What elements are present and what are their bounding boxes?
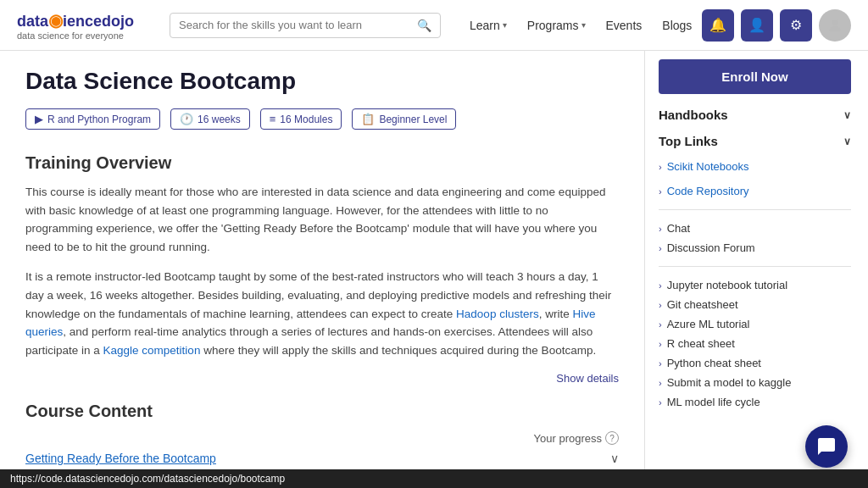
settings-icon: ⚙ bbox=[790, 17, 802, 33]
top-links-header[interactable]: Top Links ∨ bbox=[659, 134, 851, 148]
main-content: Data Science Bootcamp ▶ R and Python Pro… bbox=[0, 51, 644, 488]
notification-button[interactable]: 🔔 bbox=[702, 9, 734, 42]
nav-items: Learn ▾ Programs ▾ Events Blogs bbox=[461, 14, 700, 37]
chevron-down-icon: ∨ bbox=[843, 109, 851, 121]
sidebar-top-links-section: Top Links ∨ › Scikit Notebooks › Code Re… bbox=[659, 134, 851, 412]
sidebar-git[interactable]: › Git cheatsheet bbox=[659, 295, 851, 314]
progress-label: Your progress bbox=[534, 432, 602, 445]
status-bar: https://code.datasciencedojo.com/datasci… bbox=[0, 469, 868, 488]
kaggle-link[interactable]: Kaggle competition bbox=[103, 344, 201, 357]
sidebar-chat[interactable]: › Chat bbox=[659, 219, 851, 238]
arrow-icon: › bbox=[659, 319, 662, 330]
settings-button[interactable]: ⚙ bbox=[780, 9, 812, 42]
getting-ready-title[interactable]: Getting Ready Before the Bootcamp bbox=[25, 452, 216, 465]
arrow-icon: › bbox=[659, 224, 662, 234]
badge-level: 📋 Beginner Level bbox=[352, 108, 456, 130]
show-details: Show details bbox=[25, 371, 619, 385]
arrow-icon: › bbox=[659, 358, 662, 369]
arrow-icon: › bbox=[659, 280, 662, 291]
badge-duration: 🕐 16 weeks bbox=[170, 108, 250, 130]
sidebar-code-repo-link: › Code Repository bbox=[659, 181, 851, 201]
page-title: Data Science Bootcamp bbox=[25, 68, 619, 95]
arrow-icon: › bbox=[659, 378, 662, 388]
arrow-icon: › bbox=[659, 186, 662, 197]
sidebar-azure[interactable]: › Azure ML tutorial bbox=[659, 314, 851, 334]
nav-item-programs[interactable]: Programs ▾ bbox=[519, 14, 594, 37]
logo-text: data◉iencedojo bbox=[17, 10, 153, 30]
search-input[interactable] bbox=[179, 19, 414, 31]
avatar[interactable] bbox=[819, 9, 851, 42]
main-layout: Data Science Bootcamp ▶ R and Python Pro… bbox=[0, 51, 868, 488]
badge-program: ▶ R and Python Program bbox=[25, 108, 160, 130]
notification-icon: 🔔 bbox=[709, 17, 726, 33]
search-bar[interactable]: 🔍 bbox=[170, 13, 441, 38]
user-icon: 👤 bbox=[748, 17, 765, 33]
hadoop-link[interactable]: Hadoop clusters bbox=[456, 308, 539, 320]
show-details-link[interactable]: Show details bbox=[556, 372, 619, 385]
sidebar-jupyter[interactable]: › Jupyter notebook tutorial bbox=[659, 275, 851, 295]
arrow-icon: › bbox=[659, 243, 662, 253]
arrow-icon: › bbox=[659, 300, 662, 310]
nav-item-learn[interactable]: Learn ▾ bbox=[461, 14, 515, 37]
nav-item-events[interactable]: Events bbox=[598, 14, 651, 37]
sidebar-handbooks-section: Handbooks ∨ bbox=[659, 108, 851, 122]
course-content: Course Content Your progress ? Getting R… bbox=[25, 402, 619, 475]
search-icon: 🔍 bbox=[417, 19, 431, 32]
training-overview: Training Overview This course is ideally… bbox=[25, 153, 619, 359]
svg-point-0 bbox=[832, 19, 838, 25]
handbooks-header[interactable]: Handbooks ∨ bbox=[659, 108, 851, 122]
modules-icon: ≡ bbox=[270, 113, 276, 125]
code-repo-link[interactable]: › Code Repository bbox=[659, 181, 851, 201]
enroll-button[interactable]: Enroll Now bbox=[659, 59, 851, 94]
training-overview-heading: Training Overview bbox=[25, 153, 619, 173]
header-icons: 🔔 👤 ⚙ bbox=[702, 9, 851, 42]
scikit-link[interactable]: › Scikit Notebooks bbox=[659, 157, 851, 176]
course-content-heading: Course Content bbox=[25, 402, 619, 421]
getting-ready-row: Getting Ready Before the Bootcamp ∨ bbox=[25, 452, 619, 465]
badge-modules: ≡ 16 Modules bbox=[260, 108, 342, 130]
sidebar-submit-kaggle[interactable]: › Submit a model to kaggle bbox=[659, 373, 851, 392]
chevron-down-icon: ▾ bbox=[503, 20, 507, 30]
sidebar: Enroll Now Handbooks ∨ Top Links ∨ › Sci… bbox=[644, 51, 865, 488]
badges: ▶ R and Python Program 🕐 16 weeks ≡ 16 M… bbox=[25, 108, 619, 130]
user-button[interactable]: 👤 bbox=[741, 9, 773, 42]
progress-row: Your progress ? bbox=[25, 431, 619, 445]
sidebar-discussion[interactable]: › Discussion Forum bbox=[659, 238, 851, 258]
chevron-down-icon: ▾ bbox=[581, 20, 586, 30]
chat-bubble[interactable] bbox=[805, 425, 848, 468]
training-overview-p2: It is a remote instructor-led Bootcamp t… bbox=[25, 268, 619, 359]
training-overview-p1: This course is ideally meant for those w… bbox=[25, 183, 619, 256]
arrow-icon: › bbox=[659, 339, 662, 349]
chevron-down-icon: ∨ bbox=[843, 136, 851, 147]
sidebar-r-cheat[interactable]: › R cheat sheet bbox=[659, 334, 851, 353]
level-icon: 📋 bbox=[361, 113, 375, 125]
sidebar-ml-lifecycle[interactable]: › ML model life cycle bbox=[659, 392, 851, 412]
sidebar-python-cheat[interactable]: › Python cheat sheet bbox=[659, 353, 851, 373]
sidebar-scikit-link: › Scikit Notebooks bbox=[659, 157, 851, 176]
arrow-icon: › bbox=[659, 397, 662, 408]
progress-info-icon[interactable]: ? bbox=[605, 431, 619, 445]
play-icon: ▶ bbox=[35, 113, 43, 125]
logo-area: data◉iencedojo data science for everyone bbox=[17, 10, 153, 41]
logo-subtitle: data science for everyone bbox=[17, 30, 153, 41]
header: data◉iencedojo data science for everyone… bbox=[0, 0, 868, 51]
clock-icon: 🕐 bbox=[180, 113, 193, 125]
expand-icon[interactable]: ∨ bbox=[610, 452, 619, 465]
arrow-icon: › bbox=[659, 162, 662, 172]
nav-item-blogs[interactable]: Blogs bbox=[654, 14, 700, 37]
